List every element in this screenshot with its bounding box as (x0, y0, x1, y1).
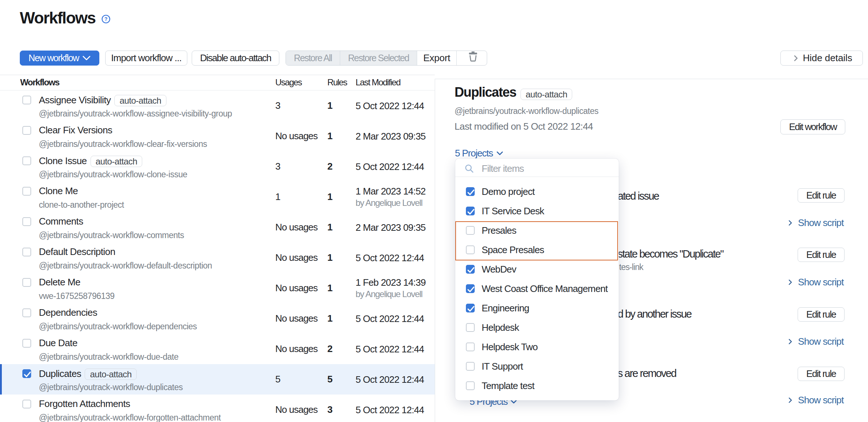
svg-text:?: ? (104, 16, 108, 22)
